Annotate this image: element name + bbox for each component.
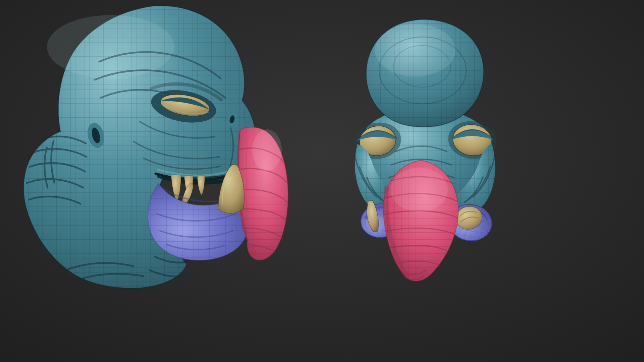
- sculpt-viewport[interactable]: [0, 0, 644, 362]
- trunk-front-highlight: [391, 168, 448, 212]
- dome-highlight: [47, 15, 174, 79]
- trunk-highlight: [252, 129, 282, 171]
- dome-highlight-front: [375, 24, 455, 76]
